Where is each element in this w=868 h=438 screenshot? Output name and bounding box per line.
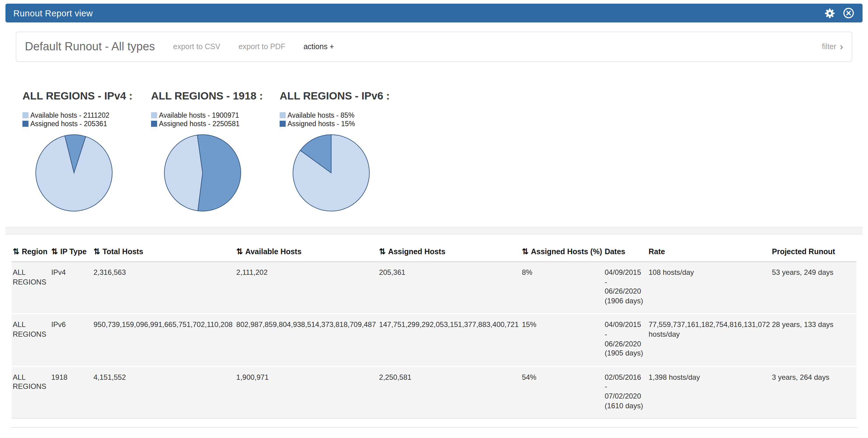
cell-region: ALL REGIONS xyxy=(11,314,51,367)
cell-dates: 02/05/2016 - 07/02/2020 (1610 days) xyxy=(605,367,649,418)
section-divider xyxy=(5,227,863,235)
cell-rate: 1,398 hosts/day xyxy=(649,367,772,418)
cell-available-hosts: 802,987,859,804,938,514,373,818,709,487 xyxy=(236,314,379,367)
pie-1918 xyxy=(163,133,242,212)
app-root: Runout Report view xyxy=(0,4,868,438)
cell-total-hosts: 2,316,563 xyxy=(93,262,236,314)
report-toolbar: Default Runout - All types export to CSV… xyxy=(16,32,852,62)
pie-chart-ipv6: ALL REGIONS - IPv6 : Available hosts - 8… xyxy=(280,90,408,212)
table-row-1918: ALL REGIONS 1918 4,151,552 1,900,971 2,2… xyxy=(11,367,857,418)
close-icon[interactable] xyxy=(842,7,855,19)
cell-projected-runout: 53 years, 249 days xyxy=(772,262,857,314)
cell-dates: 04/09/2015 - 06/26/2020 (1906 days) xyxy=(605,262,649,314)
filter-toggle[interactable]: filter › xyxy=(822,42,843,52)
charts-section: ALL REGIONS - IPv4 : Available hosts - 2… xyxy=(0,62,868,212)
col-header-total-hosts[interactable]: ⇅Total Hosts xyxy=(93,241,236,262)
cell-ip-type: IPv4 xyxy=(51,262,93,314)
legend-swatch-available xyxy=(23,112,29,118)
cell-assigned-pct: 54% xyxy=(522,367,605,418)
settings-gear-icon[interactable] xyxy=(824,7,836,19)
cell-assigned-hosts: 147,751,299,292,053,151,377,883,400,721 xyxy=(379,314,522,367)
legend-label: Assigned hosts - 205361 xyxy=(30,120,107,128)
cell-region: ALL REGIONS xyxy=(11,262,51,314)
sort-icon[interactable]: ⇅ xyxy=(379,247,386,256)
col-header-label: Total Hosts xyxy=(102,248,143,256)
col-header-dates: Dates xyxy=(605,241,649,262)
cell-total-hosts: 4,151,552 xyxy=(93,367,236,418)
cell-assigned-hosts: 205,361 xyxy=(379,262,522,314)
col-header-assigned-hosts[interactable]: ⇅Assigned Hosts xyxy=(379,241,522,262)
legend-item: Assigned hosts - 205361 xyxy=(23,120,151,128)
legend-swatch-available xyxy=(280,112,286,118)
col-header-ip-type[interactable]: ⇅IP Type xyxy=(51,241,93,262)
sort-icon[interactable]: ⇅ xyxy=(51,247,58,256)
legend-swatch-assigned xyxy=(280,121,286,127)
col-header-label: Dates xyxy=(605,248,625,256)
cell-assigned-pct: 15% xyxy=(522,314,605,367)
col-header-label: Rate xyxy=(649,248,665,256)
col-header-available-hosts[interactable]: ⇅Available Hosts xyxy=(236,241,379,262)
sort-icon[interactable]: ⇅ xyxy=(93,247,100,256)
cell-available-hosts: 2,111,202 xyxy=(236,262,379,314)
chart-legend: Available hosts - 85% Assigned hosts - 1… xyxy=(280,111,408,128)
chart-title: ALL REGIONS - 1918 : xyxy=(151,90,280,102)
cell-rate: 77,559,737,161,182,754,816,131,072 hosts… xyxy=(649,314,772,367)
col-header-label: Projected Runout xyxy=(772,248,835,256)
col-header-label: Available Hosts xyxy=(245,248,302,256)
legend-label: Available hosts - 85% xyxy=(287,111,354,120)
col-header-label: IP Type xyxy=(60,248,87,256)
cell-projected-runout: 28 years, 133 days xyxy=(772,314,857,367)
export-csv-link[interactable]: export to CSV xyxy=(173,42,220,51)
cell-ip-type: IPv6 xyxy=(51,314,93,367)
legend-item: Available hosts - 1900971 xyxy=(151,111,280,120)
sort-icon[interactable]: ⇅ xyxy=(236,247,243,256)
col-header-projected-runout: Projected Runout xyxy=(772,241,857,262)
cell-rate: 108 hosts/day xyxy=(649,262,772,314)
pie-ipv6 xyxy=(292,133,371,212)
cell-projected-runout: 3 years, 264 days xyxy=(772,367,857,418)
col-header-region[interactable]: ⇅Region xyxy=(11,241,51,262)
chart-legend: Available hosts - 1900971 Assigned hosts… xyxy=(151,111,280,128)
chart-title: ALL REGIONS - IPv6 : xyxy=(280,90,408,102)
chart-title: ALL REGIONS - IPv4 : xyxy=(23,90,151,102)
col-header-label: Assigned Hosts (%) xyxy=(531,248,602,256)
window-bottom-border xyxy=(10,427,858,428)
table-row-ipv6: ALL REGIONS IPv6 950,739,159,096,991,665… xyxy=(11,314,857,367)
cell-dates: 04/09/2015 - 06/26/2020 (1905 days) xyxy=(605,314,649,367)
legend-swatch-assigned xyxy=(151,121,157,127)
export-pdf-link[interactable]: export to PDF xyxy=(238,42,285,51)
cell-assigned-hosts: 2,250,581 xyxy=(379,367,522,418)
legend-label: Available hosts - 1900971 xyxy=(159,111,239,120)
runout-table-wrap: ⇅Region ⇅IP Type ⇅Total Hosts ⇅Available… xyxy=(0,235,868,418)
chart-legend: Available hosts - 2111202 Assigned hosts… xyxy=(23,111,151,128)
legend-item: Assigned hosts - 2250581 xyxy=(151,120,280,128)
legend-item: Assigned hosts - 15% xyxy=(280,120,408,128)
col-header-rate: Rate xyxy=(649,241,772,262)
filter-label: filter xyxy=(822,42,836,51)
runout-table: ⇅Region ⇅IP Type ⇅Total Hosts ⇅Available… xyxy=(11,241,857,418)
actions-menu-button[interactable]: actions + xyxy=(304,42,334,51)
sort-icon[interactable]: ⇅ xyxy=(522,247,529,256)
table-header-row: ⇅Region ⇅IP Type ⇅Total Hosts ⇅Available… xyxy=(11,241,857,262)
titlebar-icons xyxy=(824,7,855,19)
legend-item: Available hosts - 85% xyxy=(280,111,408,120)
pie-chart-ipv4: ALL REGIONS - IPv4 : Available hosts - 2… xyxy=(23,90,151,212)
cell-total-hosts: 950,739,159,096,991,665,751,702,110,208 xyxy=(93,314,236,367)
col-header-label: Assigned Hosts xyxy=(388,248,445,256)
cell-assigned-pct: 8% xyxy=(522,262,605,314)
col-header-assigned-pct[interactable]: ⇅Assigned Hosts (%) xyxy=(522,241,605,262)
col-header-label: Region xyxy=(22,248,48,256)
cell-region: ALL REGIONS xyxy=(11,367,51,418)
legend-label: Available hosts - 2111202 xyxy=(30,111,110,120)
report-title: Default Runout - All types xyxy=(25,40,155,53)
window-titlebar: Runout Report view xyxy=(5,4,863,23)
pie-chart-1918: ALL REGIONS - 1918 : Available hosts - 1… xyxy=(151,90,280,212)
legend-item: Available hosts - 2111202 xyxy=(23,111,151,120)
legend-swatch-assigned xyxy=(23,121,29,127)
legend-label: Assigned hosts - 15% xyxy=(287,120,355,128)
cell-ip-type: 1918 xyxy=(51,367,93,418)
cell-available-hosts: 1,900,971 xyxy=(236,367,379,418)
legend-swatch-available xyxy=(151,112,157,118)
pie-ipv4 xyxy=(35,133,114,212)
sort-icon[interactable]: ⇅ xyxy=(13,247,20,256)
